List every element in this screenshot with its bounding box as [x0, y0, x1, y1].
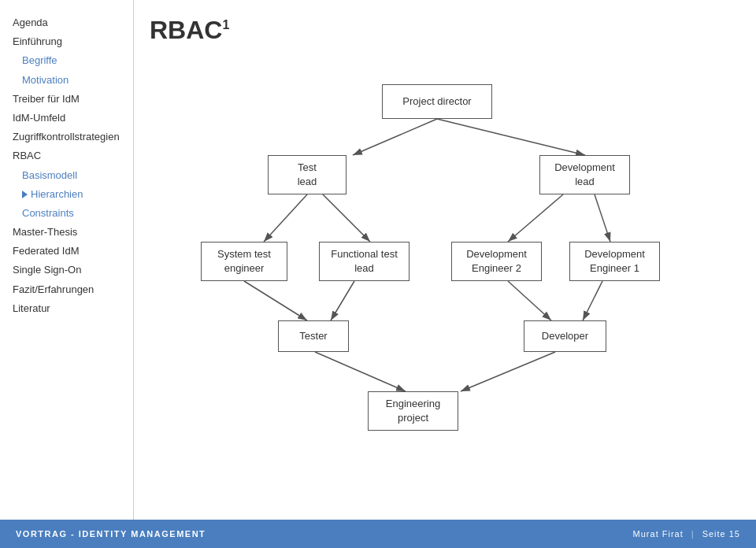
main-content: RBAC1	[134, 0, 756, 520]
box-functional-test-lead: Functional test lead	[319, 242, 410, 281]
sidebar-item-hierarchien[interactable]: Hierarchien	[13, 187, 125, 202]
sidebar-item-master-thesis[interactable]: Master-Thesis	[13, 225, 125, 239]
box-development-engineer-1: Development Engineer 1	[569, 242, 660, 281]
box-engineering-project: Engineering project	[368, 391, 458, 431]
svg-line-3	[264, 194, 307, 242]
svg-line-6	[595, 194, 610, 242]
footer-info: Murat Firat | Seite 15	[633, 529, 740, 539]
sidebar: Agenda Einführung Begriffe Motivation Tr…	[0, 0, 134, 520]
svg-line-2	[437, 119, 585, 155]
sidebar-item-fazit[interactable]: Fazit/Erfahrungen	[13, 283, 125, 297]
box-system-test-engineer: System test engineer	[201, 242, 287, 281]
box-developer: Developer	[524, 320, 606, 352]
svg-line-5	[508, 194, 563, 242]
sidebar-item-rbac[interactable]: RBAC	[13, 149, 125, 163]
diagram: Project director Test lead Development l…	[154, 61, 736, 446]
sidebar-item-agenda[interactable]: Agenda	[13, 16, 125, 30]
sidebar-item-basismodell[interactable]: Basismodell	[13, 168, 125, 183]
sidebar-item-federated[interactable]: Federated IdM	[13, 244, 125, 258]
svg-line-8	[331, 281, 354, 320]
sidebar-item-einfuhrung[interactable]: Einführung	[13, 35, 125, 49]
svg-line-7	[244, 281, 307, 320]
sidebar-item-literatur[interactable]: Literatur	[13, 302, 125, 316]
box-tester: Tester	[278, 320, 349, 352]
box-development-engineer-2: Development Engineer 2	[451, 242, 542, 281]
footer-title: Vortrag - Identity Management	[16, 529, 206, 539]
footer: Vortrag - Identity Management Murat Fira…	[0, 520, 756, 548]
sidebar-item-idm-umfeld[interactable]: IdM-Umfeld	[13, 111, 125, 125]
sidebar-item-constraints[interactable]: Constraints	[13, 206, 125, 220]
box-test-lead: Test lead	[268, 155, 346, 194]
svg-line-10	[583, 281, 602, 320]
box-development-lead: Development lead	[539, 155, 630, 194]
sidebar-item-treiber[interactable]: Treiber für IdM	[13, 92, 125, 106]
sidebar-item-sso[interactable]: Single Sign-On	[13, 263, 125, 277]
sidebar-item-motivation[interactable]: Motivation	[13, 73, 125, 87]
box-project-director: Project director	[382, 84, 492, 119]
page-title: RBAC1	[150, 16, 740, 45]
footer-author: Murat Firat	[633, 529, 684, 539]
sidebar-item-zugriff[interactable]: Zugriffkontrollstrategien	[13, 130, 125, 144]
svg-line-9	[508, 281, 551, 320]
svg-line-4	[323, 194, 370, 242]
footer-page: Seite 15	[702, 529, 740, 539]
footer-divider: |	[691, 529, 695, 539]
sidebar-item-begriffe[interactable]: Begriffe	[13, 54, 125, 68]
svg-line-12	[461, 352, 555, 391]
svg-line-11	[315, 352, 406, 391]
svg-line-1	[353, 119, 437, 155]
arrow-icon	[22, 191, 28, 198]
